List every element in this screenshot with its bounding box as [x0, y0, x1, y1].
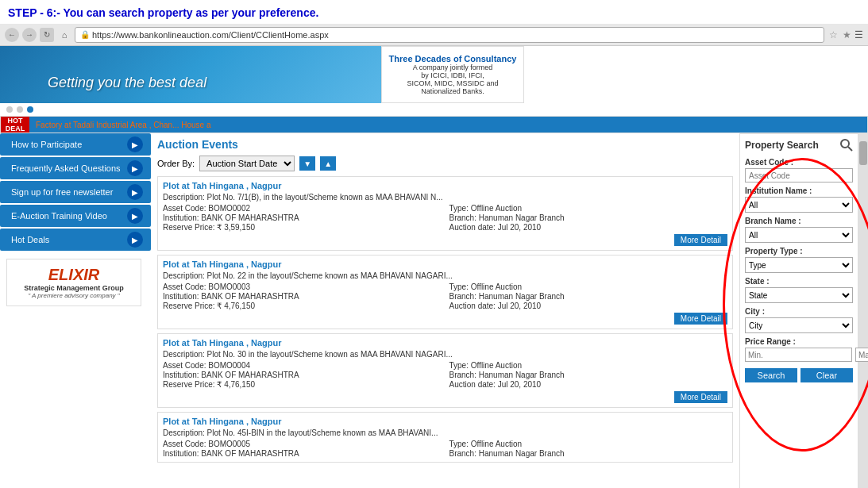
lock-icon: 🔒 — [80, 30, 90, 39]
auction-item-1: Plot at Tah Hingana , Nagpur Description… — [157, 176, 733, 251]
max-price-input[interactable] — [855, 348, 868, 362]
reload-button[interactable]: ↻ — [40, 28, 54, 42]
elixir-area: ELIXIR Strategic Management Group " A pr… — [0, 252, 151, 313]
institution-3: Institution: BANK OF MAHARASHTRA — [163, 371, 442, 379]
more-detail-btn-1[interactable]: More Detail — [674, 234, 727, 246]
property-type-group: Property Type : Type — [745, 247, 853, 273]
branch-1: Branch: Hanuman Nagar Branch — [449, 213, 728, 222]
forward-button[interactable]: → — [22, 28, 37, 42]
item-title-4: Plot at Tah Hingana , Nagpur — [163, 417, 727, 426]
sidebar-item-how-to-participate[interactable]: How to Participate ▶ — [0, 133, 151, 156]
min-price-input[interactable] — [745, 348, 852, 362]
company-line2: A company jointly formed — [413, 63, 493, 71]
badge-line1: HOT — [8, 117, 23, 125]
sort-asc-button[interactable]: ▼ — [299, 156, 315, 171]
company-line5: Nationalized Banks. — [421, 87, 484, 95]
asset-code-4: Asset Code: BOMO0005 — [163, 440, 442, 448]
institution-2: Institution: BANK OF MAHARASHTRA — [163, 292, 442, 301]
ps-title-text: Property Search — [745, 140, 819, 151]
left-nav: How to Participate ▶ Frequently Asked Qu… — [0, 133, 151, 488]
clear-button[interactable]: Clear — [800, 368, 853, 382]
scrollbar[interactable] — [858, 133, 868, 488]
order-by-label: Order By: — [157, 159, 195, 168]
banner-image: Getting you the best deal — [0, 46, 381, 103]
more-detail-btn-3[interactable]: More Detail — [674, 391, 727, 403]
institution-select[interactable]: All — [745, 197, 853, 213]
nav-label: E-Auction Training Video — [11, 211, 107, 221]
reserve-price-1: Reserve Price: ₹ 3,59,150 — [163, 223, 442, 232]
sidebar-item-hot-deals[interactable]: Hot Deals ▶ — [0, 229, 151, 251]
nav-label: Frequently Asked Questions — [11, 163, 121, 173]
company-line1: Three Decades of Consultancy — [389, 54, 517, 63]
carousel-dots — [0, 103, 868, 116]
asset-code-3: Asset Code: BOMO0004 — [163, 361, 442, 370]
elixir-sub: Strategic Management Group — [24, 284, 124, 292]
asset-code-label: Asset Code : — [745, 158, 853, 167]
arrow-icon: ▶ — [127, 208, 143, 224]
elixir-logo-container: ELIXIR Strategic Management Group " A pr… — [6, 259, 141, 306]
dot-1[interactable] — [6, 106, 13, 113]
auction-events-title: Auction Events — [157, 138, 733, 151]
step-text: STEP - 6:- You can search property as pe… — [8, 6, 318, 19]
item-title-3: Plot at Tah Hingana , Nagpur — [163, 338, 727, 348]
dot-3[interactable] — [27, 106, 33, 113]
city-select[interactable]: City — [745, 317, 853, 333]
institution-label: Institution Name : — [745, 186, 853, 195]
state-select[interactable]: State — [745, 287, 853, 303]
url-text: https://www.bankonlineauction.com/Client… — [92, 30, 329, 40]
city-group: City : City — [745, 307, 853, 333]
banner-row: Getting you the best deal Three Decades … — [0, 46, 868, 103]
company-line3: by ICICI, IDBI, IFCI, — [421, 71, 484, 79]
item-title-1: Plot at Tah Hingana , Nagpur — [163, 181, 727, 190]
dot-2[interactable] — [17, 106, 23, 113]
order-by-select[interactable]: Auction Start Date — [199, 156, 295, 171]
search-button[interactable]: Search — [745, 368, 797, 382]
arrow-icon: ▶ — [127, 136, 143, 152]
hot-deal-badge: HOT DEAL — [1, 117, 29, 133]
price-range-group: Price Range : — [745, 337, 853, 362]
back-button[interactable]: ← — [5, 28, 19, 42]
company-info: Three Decades of Consultancy A company j… — [381, 46, 524, 103]
company-line4: SICOM, MIDC, MSSIDC and — [407, 79, 498, 87]
auction-events: Auction Events Order By: Auction Start D… — [151, 133, 739, 488]
browser-bar: ← → ↻ ⌂ 🔒 https://www.bankonlineauction.… — [0, 24, 868, 46]
menu-button[interactable]: ☰ — [854, 29, 863, 40]
auction-item-2: Plot at Tah Hingana , Nagpur Description… — [157, 255, 733, 329]
asset-code-input[interactable] — [745, 168, 853, 183]
home-button[interactable]: ⌂ — [57, 28, 71, 42]
item-desc-2: Description: Plot No. 22 in the layout/S… — [163, 271, 727, 280]
state-group: State : State — [745, 277, 853, 303]
auction-date-1: Auction date: Jul 20, 2010 — [449, 223, 728, 232]
order-by-row: Order By: Auction Start Date ▼ ▲ — [157, 156, 733, 171]
auction-item-4: Plot at Tah Hingana , Nagpur Description… — [157, 412, 733, 463]
sidebar-item-newsletter[interactable]: Sign up for free newsletter ▶ — [0, 181, 151, 203]
institution-group: Institution Name : All — [745, 186, 853, 213]
search-clear-row: Search Clear — [745, 368, 853, 382]
content-below: How to Participate ▶ Frequently Asked Qu… — [0, 133, 868, 488]
star-button[interactable]: ★ — [843, 29, 851, 40]
url-bar[interactable]: 🔒 https://www.bankonlineauction.com/Clie… — [75, 27, 824, 43]
site-wrapper: Getting you the best deal Three Decades … — [0, 46, 868, 488]
asset-code-group: Asset Code : — [745, 158, 853, 183]
arrow-icon: ▶ — [127, 160, 143, 176]
ticker-text: Factory at Tadali Industrial Area , Chan… — [29, 121, 218, 129]
sort-desc-button[interactable]: ▲ — [320, 156, 336, 171]
branch-2: Branch: Hanuman Nagar Branch — [449, 292, 728, 301]
property-search-title: Property Search — [745, 139, 853, 152]
more-detail-btn-2[interactable]: More Detail — [674, 313, 727, 325]
arrow-icon: ▶ — [127, 232, 143, 248]
bookmark-button[interactable]: ☆ — [829, 29, 838, 40]
branch-select[interactable]: All — [745, 227, 853, 243]
branch-label: Branch Name : — [745, 217, 853, 225]
sidebar-item-training[interactable]: E-Auction Training Video ▶ — [0, 205, 151, 227]
type-3: Type: Offline Auction — [449, 361, 728, 370]
type-1: Type: Offline Auction — [449, 204, 728, 213]
item-desc-1: Description: Plot No. 7/1(B), in the lay… — [163, 193, 727, 202]
item-desc-3: Description: Plot No. 30 in the layout/S… — [163, 350, 727, 359]
scrollbar-thumb[interactable] — [859, 141, 867, 165]
sidebar-item-faq[interactable]: Frequently Asked Questions ▶ — [0, 157, 151, 179]
property-type-select[interactable]: Type — [745, 257, 853, 273]
elixir-name: ELIXIR — [48, 266, 99, 284]
property-type-label: Property Type : — [745, 247, 853, 256]
state-label: State : — [745, 277, 853, 286]
